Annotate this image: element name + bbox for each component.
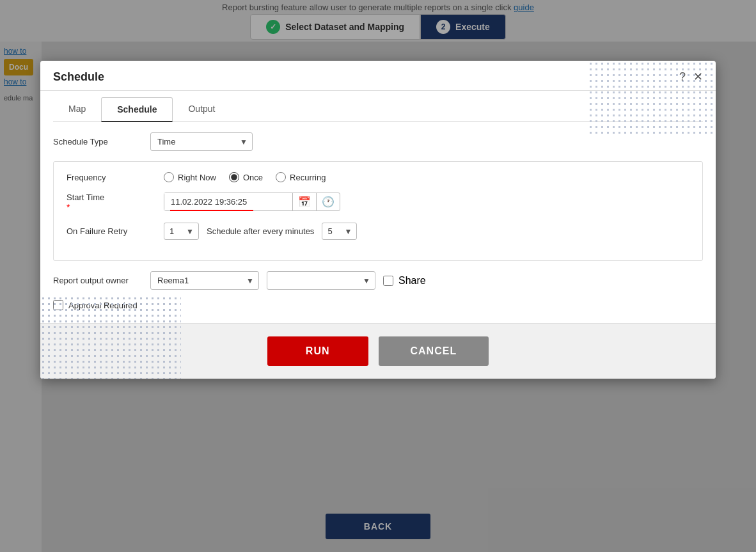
schedule-modal: Schedule ? ✕ Map Schedule Output Schedul…: [40, 61, 716, 379]
modal-body: Map Schedule Output Schedule Type Time E…: [40, 91, 716, 323]
radio-recurring[interactable]: Recurring: [276, 172, 326, 182]
retry-select-wrap: 1 2 3 ▼: [164, 223, 199, 240]
on-failure-retry-label: On Failure Retry: [67, 226, 156, 236]
frequency-label: Frequency: [67, 173, 156, 182]
minutes-select[interactable]: 1 2 3 4 5: [322, 223, 357, 240]
owner-select[interactable]: Reema1 Admin User2: [150, 271, 259, 290]
start-time-input[interactable]: [164, 193, 292, 210]
share-label: Share: [398, 275, 426, 287]
start-time-row: Start Time * 📅 🕐: [67, 193, 689, 212]
tab-map[interactable]: Map: [53, 97, 101, 122]
on-failure-retry-row: On Failure Retry 1 2 3 ▼ Schedule after …: [67, 223, 689, 240]
radio-recurring-input[interactable]: [276, 172, 286, 182]
radio-once-label: Once: [243, 173, 263, 182]
modal-header: Schedule ? ✕: [40, 61, 716, 91]
clock-icon-button[interactable]: 🕐: [316, 193, 340, 210]
start-time-required: *: [67, 202, 156, 212]
start-time-underline: [170, 210, 253, 211]
run-button[interactable]: RUN: [267, 336, 368, 366]
modal-footer: RUN CANCEL: [40, 323, 716, 379]
owner2-select-wrap: ▼: [267, 271, 375, 290]
tab-schedule[interactable]: Schedule: [101, 97, 173, 122]
schedule-after-label: Schedule after every minutes: [207, 226, 314, 236]
close-button[interactable]: ✕: [693, 70, 703, 84]
schedule-type-label: Schedule Type: [53, 137, 143, 146]
radio-right-now[interactable]: Right Now: [164, 172, 216, 182]
approval-required-checkbox[interactable]: [53, 300, 63, 310]
share-checkbox[interactable]: [383, 276, 393, 286]
calendar-icon-button[interactable]: 📅: [292, 193, 316, 210]
radio-right-now-input[interactable]: [164, 172, 174, 182]
start-time-label: Start Time: [67, 193, 156, 202]
modal-title: Schedule: [53, 70, 104, 84]
schedule-type-row: Schedule Type Time Event Date ▼: [53, 132, 703, 151]
radio-recurring-label: Recurring: [290, 173, 326, 182]
radio-once[interactable]: Once: [229, 172, 263, 182]
approval-required-label: Approval Required: [68, 301, 138, 310]
tab-output[interactable]: Output: [173, 97, 230, 122]
report-output-owner-row: Report output owner Reema1 Admin User2 ▼…: [53, 271, 703, 290]
owner-select-wrap: Reema1 Admin User2 ▼: [150, 271, 259, 290]
minutes-select-wrap: 1 2 3 4 5 ▼: [322, 223, 357, 240]
frequency-row: Frequency Right Now Once Recurring: [67, 172, 689, 182]
frequency-radio-group: Right Now Once Recurring: [164, 172, 326, 182]
cancel-button[interactable]: CANCEL: [379, 336, 489, 366]
datetime-input-wrap: 📅 🕐: [164, 193, 340, 211]
approval-required-row: Approval Required: [53, 300, 703, 310]
owner2-select[interactable]: [267, 271, 375, 290]
help-button[interactable]: ?: [679, 70, 686, 84]
inner-box: Frequency Right Now Once Recurring: [53, 161, 703, 261]
radio-right-now-label: Right Now: [178, 173, 216, 182]
retry-select[interactable]: 1 2 3: [164, 223, 199, 240]
modal-header-icons: ? ✕: [679, 70, 703, 84]
schedule-type-select-wrap: Time Event Date ▼: [150, 132, 253, 151]
schedule-type-select[interactable]: Time Event Date: [150, 132, 253, 151]
report-output-owner-label: Report output owner: [53, 276, 143, 285]
radio-once-input[interactable]: [229, 172, 239, 182]
share-row: Share: [383, 275, 426, 287]
tab-bar: Map Schedule Output: [53, 97, 703, 122]
